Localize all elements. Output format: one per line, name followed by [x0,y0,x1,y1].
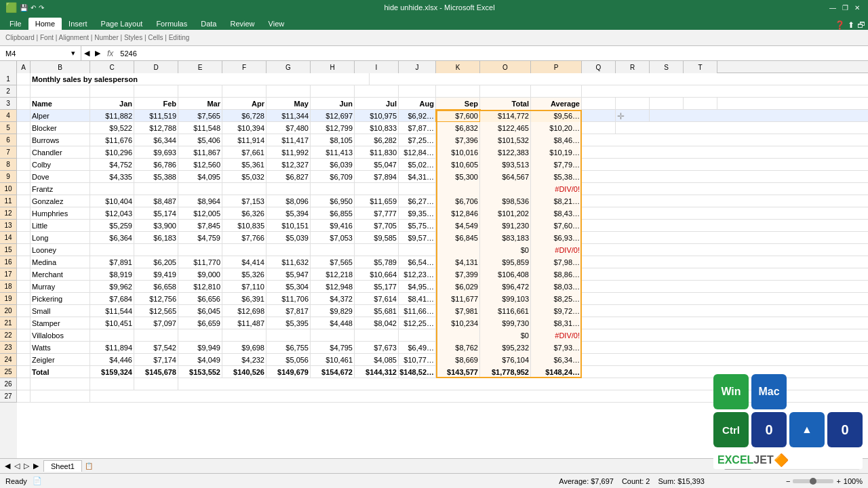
collapse-ribbon-icon[interactable]: ⬆ [848,20,854,30]
cell-b7[interactable]: Chandler [31,146,90,159]
cell-f8[interactable]: $5,361 [222,159,267,171]
zero-right-key[interactable]: 0 [827,412,863,447]
cell-k9[interactable]: $5,300 [436,171,480,183]
cell-g24[interactable]: $5,056 [267,354,311,366]
cell-e11[interactable]: $8,964 [178,195,222,207]
status-sheet-icon[interactable]: 📄 [33,476,42,485]
cell-c21[interactable]: $10,451 [90,317,134,329]
formula-nav-prev[interactable]: ◀ [81,49,92,58]
cell-i2[interactable] [355,85,399,98]
cell-c7[interactable]: $10,296 [90,146,134,159]
cell-d5[interactable]: $12,788 [134,122,178,134]
cell-b21[interactable]: Stamper [31,317,90,329]
cell-e8[interactable]: $12,560 [178,159,222,171]
cell-d3[interactable]: Feb [134,98,178,110]
cell-g16[interactable]: $11,632 [267,256,311,268]
cell-f10[interactable] [222,183,267,195]
cell-c10[interactable] [90,183,134,195]
cell-o18[interactable]: $96,472 [480,281,531,293]
cell-f23[interactable]: $9,698 [222,342,267,354]
cell-a24[interactable] [17,354,31,366]
cell-k13[interactable]: $4,549 [436,220,480,232]
cell-i7[interactable]: $11,830 [355,146,399,159]
cell-e24[interactable]: $4,049 [178,354,222,366]
cell-q3[interactable] [582,98,616,110]
cell-o6[interactable]: $101,532 [480,134,531,146]
cell-p10[interactable]: #DIV/0! [531,183,582,195]
tab-sheet1[interactable]: Sheet1 [43,460,82,472]
cell-d26[interactable] [134,378,178,390]
cell-b6[interactable]: Burrows [31,134,90,146]
cell-i4[interactable]: $10,975 [355,110,399,122]
cell-h24[interactable]: $10,461 [311,354,355,366]
cell-g14[interactable]: $5,039 [267,232,311,244]
cell-e25[interactable]: $153,552 [178,366,222,378]
cell-k6[interactable]: $7,396 [436,134,480,146]
cell-f15[interactable] [222,244,267,256]
cell-f5[interactable]: $10,394 [222,122,267,134]
cell-e23[interactable]: $9,949 [178,342,222,354]
cell-c5[interactable]: $9,522 [90,122,134,134]
quick-access-redo[interactable]: ↷ [39,4,44,12]
col-header-h[interactable]: H [311,61,355,73]
cell-p9[interactable]: $5,38… [531,171,582,183]
cell-j2[interactable] [399,85,436,98]
cell-j6[interactable]: $7,25… [399,134,436,146]
name-box-dropdown[interactable]: ▾ [71,49,75,58]
cell-c16[interactable]: $7,891 [90,256,134,268]
cell-o2[interactable] [480,85,531,98]
cell-i17[interactable]: $10,664 [355,268,399,281]
col-header-g[interactable]: G [267,61,311,73]
cell-f24[interactable]: $4,232 [222,354,267,366]
cell-j8[interactable]: $5,02… [399,159,436,171]
cell-c15[interactable] [90,244,134,256]
cell-g22[interactable] [267,329,311,342]
cell-i20[interactable]: $5,681 [355,305,399,317]
cell-o17[interactable]: $106,408 [480,268,531,281]
cell-p13[interactable]: $7,60… [531,220,582,232]
cell-k12[interactable]: $12,846 [436,207,480,220]
cell-k8[interactable]: $10,605 [436,159,480,171]
cell-c25[interactable]: $159,324 [90,366,134,378]
cell-a13[interactable] [17,220,31,232]
cell-a18[interactable] [17,281,31,293]
cell-i11[interactable]: $11,659 [355,195,399,207]
cell-o13[interactable]: $91,230 [480,220,531,232]
cell-o25[interactable]: $1,778,952 [480,366,531,378]
cell-j13[interactable]: $5,75… [399,220,436,232]
cell-a15[interactable] [17,244,31,256]
cell-j14[interactable]: $9,57… [399,232,436,244]
cell-o20[interactable]: $116,661 [480,305,531,317]
cell-f21[interactable]: $11,487 [222,317,267,329]
cell-p21[interactable]: $8,31… [531,317,582,329]
cell-o3[interactable]: Total [480,98,531,110]
row-num-19[interactable]: 19 [0,293,17,305]
cell-j3[interactable]: Aug [399,98,436,110]
cell-i9[interactable]: $7,894 [355,171,399,183]
tab-data[interactable]: Data [194,18,223,30]
cell-d9[interactable]: $5,388 [134,171,178,183]
cell-a7[interactable] [17,146,31,159]
cell-j18[interactable]: $4,95… [399,281,436,293]
cell-c11[interactable]: $10,404 [90,195,134,207]
cell-i22[interactable] [355,329,399,342]
cell-j5[interactable]: $7,87… [399,122,436,134]
cell-k14[interactable]: $6,845 [436,232,480,244]
cell-p15[interactable]: #DIV/0! [531,244,582,256]
tab-review[interactable]: Review [223,18,261,30]
cell-d22[interactable] [134,329,178,342]
cell-j16[interactable]: $6,54… [399,256,436,268]
cell-d15[interactable] [134,244,178,256]
cell-a3[interactable] [17,98,31,110]
cell-d2[interactable] [134,85,178,98]
cell-g9[interactable]: $6,827 [267,171,311,183]
cell-b20[interactable]: Small [31,305,90,317]
cell-h4[interactable]: $12,697 [311,110,355,122]
cell-f22[interactable] [222,329,267,342]
cell-j9[interactable]: $4,31… [399,171,436,183]
cell-h22[interactable] [311,329,355,342]
quick-access-undo[interactable]: ↶ [31,4,36,12]
close-btn[interactable]: ✕ [852,2,863,13]
cell-i5[interactable]: $10,833 [355,122,399,134]
cell-o15[interactable]: $0 [480,244,531,256]
